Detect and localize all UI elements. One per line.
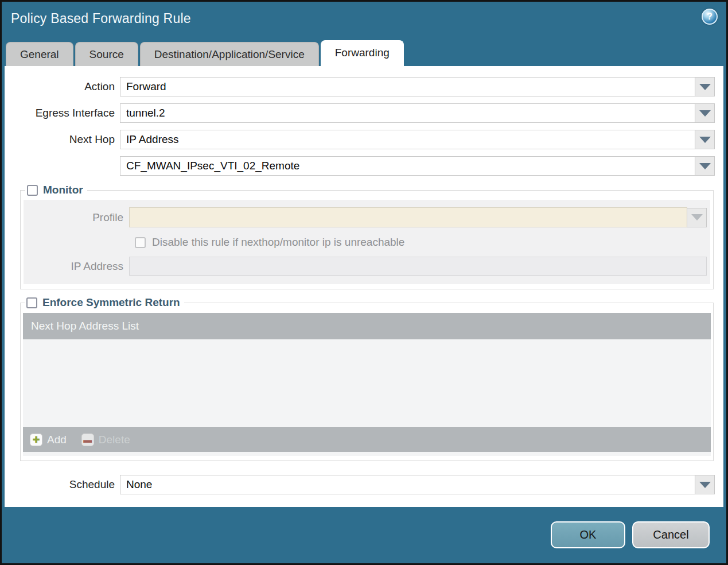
- delete-button-label: Delete: [99, 434, 130, 446]
- egress-interface-value[interactable]: tunnel.2: [120, 103, 695, 123]
- monitor-legend-label: Monitor: [43, 184, 83, 196]
- chevron-down-icon: [699, 84, 711, 90]
- profile-row: Profile: [24, 207, 707, 227]
- title-bar: Policy Based Forwarding Rule ?: [2, 2, 726, 39]
- chevron-down-icon: [699, 163, 711, 169]
- table-footer: ✚ Add ▬ Delete: [23, 427, 711, 452]
- schedule-row: Schedule None: [5, 475, 715, 494]
- monitor-ip-address-label: IP Address: [24, 260, 129, 273]
- chevron-down-icon: [699, 137, 711, 143]
- minus-icon: ▬: [81, 434, 94, 446]
- egress-interface-row: Egress Interface tunnel.2: [5, 103, 715, 123]
- monitor-fieldset: Monitor Profile Disable this rule if nex…: [20, 184, 714, 289]
- action-dropdown-button[interactable]: [695, 77, 715, 96]
- egress-interface-dropdown-button[interactable]: [695, 103, 715, 123]
- next-hop-dropdown-button[interactable]: [695, 130, 715, 149]
- action-row: Action Forward: [5, 77, 715, 96]
- disable-rule-label: Disable this rule if nexthop/monitor ip …: [152, 236, 404, 249]
- symmetric-return-fieldset: Enforce Symmetric Return Next Hop Addres…: [20, 296, 714, 461]
- monitor-ip-address-row: IP Address: [24, 257, 707, 276]
- dialog-title: Policy Based Forwarding Rule: [11, 11, 191, 26]
- next-hop-value[interactable]: IP Address: [120, 130, 695, 149]
- next-hop-row: Next Hop IP Address: [5, 130, 715, 149]
- symmetric-return-legend: Enforce Symmetric Return: [25, 296, 184, 309]
- chevron-down-icon: [691, 214, 703, 220]
- policy-based-forwarding-dialog: Policy Based Forwarding Rule ? General S…: [0, 0, 728, 565]
- chevron-down-icon: [699, 482, 711, 488]
- action-combo: Forward: [120, 77, 715, 96]
- monitor-checkbox[interactable]: [27, 185, 38, 196]
- profile-dropdown-button: [687, 208, 707, 227]
- table-body: [23, 339, 711, 427]
- symmetric-return-checkbox[interactable]: [26, 297, 37, 308]
- next-hop-address-value[interactable]: CF_MWAN_IPsec_VTI_02_Remote: [120, 156, 695, 176]
- monitor-panel: Profile Disable this rule if nexthop/mon…: [24, 200, 710, 284]
- profile-label: Profile: [24, 211, 129, 224]
- ok-button[interactable]: OK: [551, 521, 625, 548]
- monitor-ip-address-value: [129, 257, 707, 276]
- next-hop-address-dropdown-button[interactable]: [695, 156, 715, 176]
- forwarding-tab-panel: Action Forward Egress Interface tunnel.2…: [5, 66, 723, 507]
- egress-interface-combo: tunnel.2: [120, 103, 715, 123]
- schedule-label: Schedule: [5, 478, 120, 491]
- disable-rule-row: Disable this rule if nexthop/monitor ip …: [135, 236, 707, 249]
- schedule-dropdown-button[interactable]: [695, 475, 715, 494]
- table-bottom-strip: [23, 452, 711, 456]
- next-hop-combo: IP Address: [120, 130, 715, 149]
- next-hop-label: Next Hop: [5, 133, 120, 146]
- tab-general[interactable]: General: [6, 42, 73, 66]
- tab-bar: General Source Destination/Application/S…: [2, 39, 726, 66]
- schedule-combo: None: [120, 475, 715, 494]
- disable-rule-checkbox: [135, 237, 146, 248]
- plus-icon: ✚: [30, 434, 42, 446]
- egress-interface-label: Egress Interface: [5, 107, 120, 119]
- schedule-value[interactable]: None: [120, 475, 695, 494]
- next-hop-address-row: CF_MWAN_IPsec_VTI_02_Remote: [5, 156, 715, 176]
- cancel-button[interactable]: Cancel: [632, 521, 710, 548]
- action-label: Action: [5, 80, 120, 93]
- add-button[interactable]: ✚ Add: [30, 434, 67, 446]
- monitor-legend: Monitor: [25, 184, 87, 196]
- tab-destination-application-service[interactable]: Destination/Application/Service: [140, 42, 319, 66]
- profile-value: [129, 207, 687, 227]
- help-icon[interactable]: ?: [702, 9, 718, 25]
- next-hop-address-list-table: Next Hop Address List ✚ Add ▬ Delete: [23, 313, 711, 456]
- delete-button: ▬ Delete: [81, 434, 130, 446]
- next-hop-address-combo: CF_MWAN_IPsec_VTI_02_Remote: [120, 156, 715, 176]
- table-header: Next Hop Address List: [23, 313, 711, 339]
- tab-source[interactable]: Source: [75, 42, 138, 66]
- table-header-label: Next Hop Address List: [31, 320, 139, 332]
- tab-forwarding[interactable]: Forwarding: [321, 40, 404, 66]
- chevron-down-icon: [699, 110, 711, 117]
- action-value[interactable]: Forward: [120, 77, 695, 96]
- add-button-label: Add: [47, 434, 67, 446]
- symmetric-return-legend-label: Enforce Symmetric Return: [42, 296, 180, 309]
